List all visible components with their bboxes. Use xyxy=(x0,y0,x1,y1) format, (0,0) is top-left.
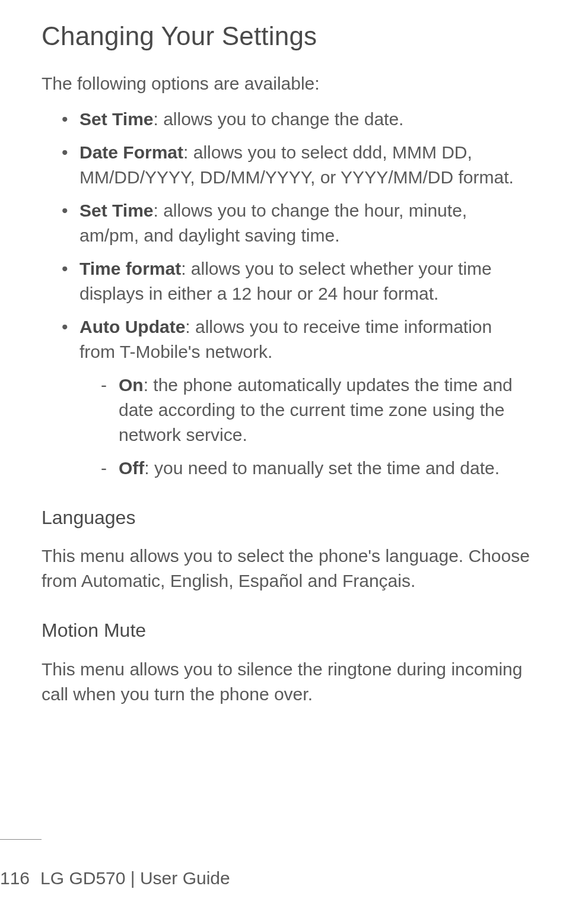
list-item: Date Format: allows you to select ddd, M… xyxy=(62,140,530,190)
option-label: Set Time xyxy=(80,201,154,220)
option-desc: : allows you to change the date. xyxy=(154,109,404,129)
sub-list-item: On: the phone automatically updates the … xyxy=(101,373,530,447)
footer-sep: | xyxy=(125,868,139,888)
sub-list-item: Off: you need to manually set the time a… xyxy=(101,456,530,481)
intro-text: The following options are available: xyxy=(42,71,530,96)
sub-option-label: Off xyxy=(119,458,144,478)
option-label: Time format xyxy=(80,259,181,278)
list-item: Auto Update: allows you to receive time … xyxy=(62,315,530,481)
sub-option-desc: : the phone automatically updates the ti… xyxy=(119,375,513,444)
list-item: Time format: allows you to select whethe… xyxy=(62,256,530,306)
options-list: Set Time: allows you to change the date.… xyxy=(42,107,530,481)
footer-rule xyxy=(0,839,42,840)
list-item: Set Time: allows you to change the hour,… xyxy=(62,198,530,248)
footer-text: 116LG GD570 | User Guide xyxy=(0,866,230,891)
footer-model: LG GD570 xyxy=(40,868,125,888)
motion-mute-heading: Motion Mute xyxy=(42,617,530,644)
languages-heading: Languages xyxy=(42,504,530,531)
option-label: Date Format xyxy=(80,142,183,162)
languages-body: This menu allows you to select the phone… xyxy=(42,544,530,593)
page-footer: 116LG GD570 | User Guide xyxy=(0,839,230,891)
option-label: Set Time xyxy=(80,109,154,129)
page-number: 116 xyxy=(0,868,30,888)
option-label: Auto Update xyxy=(80,317,185,336)
sub-option-label: On xyxy=(119,375,144,395)
motion-mute-body: This menu allows you to silence the ring… xyxy=(42,657,530,707)
sub-option-desc: : you need to manually set the time and … xyxy=(144,458,500,478)
section-title: Changing Your Settings xyxy=(42,18,530,55)
list-item: Set Time: allows you to change the date. xyxy=(62,107,530,132)
sub-list: On: the phone automatically updates the … xyxy=(80,373,530,481)
footer-guide: User Guide xyxy=(140,868,230,888)
